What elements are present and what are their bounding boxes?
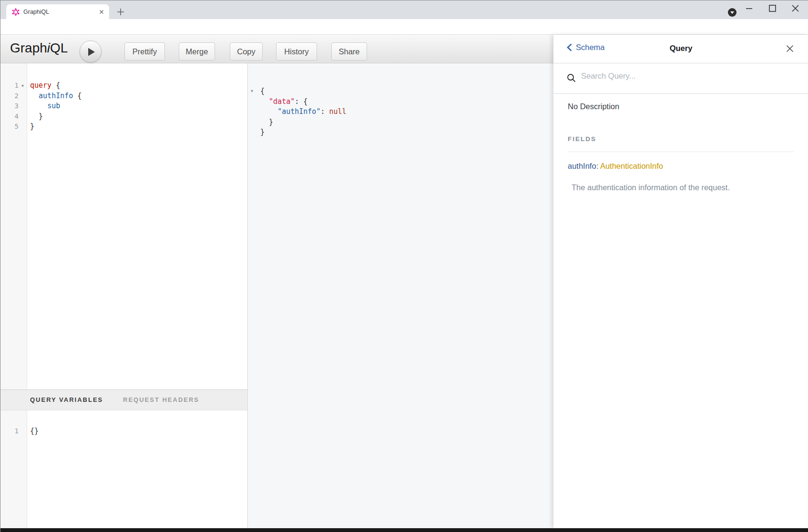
copy-button[interactable]: Copy xyxy=(230,42,263,61)
graphql-favicon-icon xyxy=(12,8,20,16)
query-editor[interactable]: 1▾2345 query { authInfo { sub }} xyxy=(0,63,247,389)
tab-strip: GraphiQL xyxy=(0,0,808,19)
fields-heading: FIELDS xyxy=(568,135,596,143)
query-code: query { authInfo { sub }} xyxy=(30,81,82,132)
editor-tools-bar: QUERY VARIABLES REQUEST HEADERS xyxy=(0,389,247,410)
tab-request-headers[interactable]: REQUEST HEADERS xyxy=(123,390,199,410)
search-icon xyxy=(567,73,576,82)
doc-close-icon[interactable] xyxy=(786,44,794,53)
field-description: The authentication information of the re… xyxy=(572,183,730,192)
result-json: { "data": { "authInfo": null }} xyxy=(260,86,347,138)
execute-query-button[interactable] xyxy=(80,41,102,62)
maximize-button[interactable] xyxy=(765,3,779,14)
doc-explorer-title: Query xyxy=(553,44,808,53)
type-description: No Description xyxy=(568,102,619,111)
tab-query-variables[interactable]: QUERY VARIABLES xyxy=(30,390,103,410)
tab-title: GraphiQL xyxy=(23,9,49,15)
doc-explorer-header: Schema Query xyxy=(553,35,808,63)
graphiql-logo: GraphiQL xyxy=(10,41,68,56)
play-icon xyxy=(87,47,96,57)
result-fold-icon[interactable]: ▾ xyxy=(251,88,253,93)
result-viewer: ▾ { "data": { "authInfo": null }} xyxy=(248,63,553,528)
doc-explorer-panel: Schema Query No Description FIELDS authI… xyxy=(553,35,808,528)
browser-tab[interactable]: GraphiQL xyxy=(6,4,109,20)
variables-editor[interactable]: 1 {} xyxy=(0,410,247,528)
minimize-button[interactable] xyxy=(742,3,756,14)
prettify-button[interactable]: Prettify xyxy=(124,42,165,61)
field-name-link[interactable]: authInfo xyxy=(568,162,596,170)
close-window-button[interactable] xyxy=(788,3,802,14)
merge-button[interactable]: Merge xyxy=(179,42,215,61)
query-line-numbers: 1▾2345 xyxy=(0,81,27,132)
browser-toolbar: localhost:3000/graphql P xyxy=(0,19,808,35)
browser-update-badge-icon[interactable] xyxy=(728,8,736,17)
doc-search-input[interactable] xyxy=(580,71,773,81)
new-tab-button[interactable] xyxy=(115,6,126,18)
share-button[interactable]: Share xyxy=(331,42,367,61)
fields-divider xyxy=(568,152,794,152)
history-button[interactable]: History xyxy=(276,42,317,61)
taskbar-edge xyxy=(0,528,808,532)
doc-search-bar xyxy=(553,63,808,94)
tab-close-icon[interactable] xyxy=(98,8,105,16)
browser-window: GraphiQL xyxy=(0,0,808,532)
field-item: authInfo: AuthenticationInfo xyxy=(568,162,663,171)
variables-line-numbers: 1 xyxy=(0,426,27,437)
field-type-link[interactable]: AuthenticationInfo xyxy=(600,162,663,170)
variables-code: {} xyxy=(30,426,39,437)
